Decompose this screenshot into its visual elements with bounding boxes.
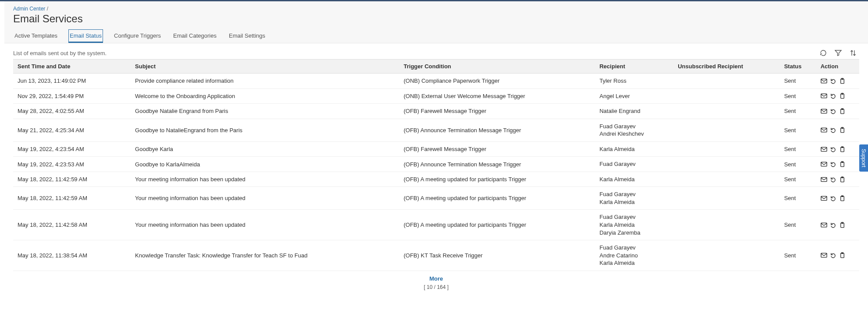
svg-rect-6 [821, 109, 827, 113]
mail-icon[interactable] [821, 146, 827, 152]
copy-icon[interactable] [839, 222, 846, 228]
mail-icon[interactable] [821, 108, 827, 114]
page-title: Email Services [13, 13, 859, 25]
cell-unsubscribed [673, 172, 780, 187]
sort-icon[interactable] [850, 49, 857, 56]
cell-trigger: (ONB) External User Welcome Message Trig… [399, 88, 595, 104]
table-row: May 18, 2022, 11:42:58 AMYour meeting in… [13, 210, 859, 240]
cell-action [816, 210, 859, 240]
cell-recipient: Fuad GarayevKarla Almeida [595, 187, 673, 210]
cell-status: Sent [780, 88, 816, 104]
cell-recipient: Natalie Engrand [595, 104, 673, 119]
filter-icon[interactable] [835, 49, 842, 56]
copy-icon[interactable] [839, 108, 846, 114]
cell-trigger: (ONB) Compliance Paperwork Trigger [399, 74, 595, 89]
tab-email-status[interactable]: Email Status [68, 29, 103, 43]
column-header-status[interactable]: Status [780, 60, 816, 74]
breadcrumb-root-link[interactable]: Admin Center [13, 6, 45, 12]
column-header-unsubscribed[interactable]: Unsubscribed Recipient [673, 60, 780, 74]
resend-icon[interactable] [830, 146, 836, 152]
copy-icon[interactable] [839, 78, 846, 84]
cell-trigger: (OFB) Announce Termination Message Trigg… [399, 119, 595, 141]
resend-icon[interactable] [830, 78, 836, 84]
cell-subject: Your meeting information has been update… [131, 187, 399, 210]
resend-icon[interactable] [830, 252, 836, 258]
tab-email-categories[interactable]: Email Categories [172, 29, 218, 43]
cell-recipient: Angel Lever [595, 88, 673, 104]
table-row: Jun 13, 2023, 11:49:02 PMProvide complia… [13, 74, 859, 89]
refresh-icon[interactable] [820, 49, 827, 56]
cell-date: Nov 29, 2022, 1:54:49 PM [13, 88, 131, 104]
copy-icon[interactable] [839, 93, 846, 99]
svg-rect-3 [821, 94, 827, 98]
resend-icon[interactable] [830, 127, 836, 133]
cell-status: Sent [780, 141, 816, 157]
cell-subject: Knowledge Transfer Task: Knowledge Trans… [131, 240, 399, 271]
cell-unsubscribed [673, 104, 780, 119]
mail-icon[interactable] [821, 161, 827, 167]
svg-rect-24 [821, 223, 827, 227]
resend-icon[interactable] [830, 195, 836, 201]
cell-unsubscribed [673, 141, 780, 157]
cell-subject: Welcome to the Onboarding Application [131, 88, 399, 104]
copy-icon[interactable] [839, 176, 846, 183]
tab-email-settings[interactable]: Email Settings [228, 29, 267, 43]
table-row: May 18, 2022, 11:38:54 AMKnowledge Trans… [13, 240, 859, 271]
mail-icon[interactable] [821, 78, 827, 84]
cell-trigger: (OFB) Farewell Message Trigger [399, 104, 595, 119]
list-description: List of emails sent out by the system. [13, 50, 107, 56]
cell-recipient: Fuad GarayevAndrei Kleshchev [595, 119, 673, 141]
column-header-subject[interactable]: Subject [131, 60, 399, 74]
cell-recipient: Karla Almeida [595, 172, 673, 187]
resend-icon[interactable] [830, 161, 836, 167]
breadcrumb: Admin Center / [13, 6, 859, 12]
cell-status: Sent [780, 104, 816, 119]
tab-configure-triggers[interactable]: Configure Triggers [113, 29, 162, 43]
table-row: May 19, 2022, 4:23:54 AMGoodbye Karla(OF… [13, 141, 859, 157]
cell-subject: Goodbye Natalie Engrand from Paris [131, 104, 399, 119]
mail-icon[interactable] [821, 176, 827, 183]
cell-subject: Your meeting information has been update… [131, 210, 399, 240]
mail-icon[interactable] [821, 127, 827, 133]
copy-icon[interactable] [839, 252, 846, 258]
mail-icon[interactable] [821, 252, 827, 258]
column-header-recipient[interactable]: Recipient [595, 60, 673, 74]
cell-date: May 18, 2022, 11:42:59 AM [13, 172, 131, 187]
cell-trigger: (OFB) A meeting updated for participants… [399, 172, 595, 187]
cell-action [816, 88, 859, 104]
more-link[interactable]: More [429, 275, 443, 282]
resend-icon[interactable] [830, 108, 836, 114]
svg-rect-9 [821, 128, 827, 132]
cell-date: Jun 13, 2023, 11:49:02 PM [13, 74, 131, 89]
cell-date: May 19, 2022, 4:23:53 AM [13, 157, 131, 172]
copy-icon[interactable] [839, 146, 846, 152]
mail-icon[interactable] [821, 222, 827, 228]
resend-icon[interactable] [830, 222, 836, 228]
cell-action [816, 74, 859, 89]
resend-icon[interactable] [830, 176, 836, 183]
svg-rect-0 [821, 79, 827, 83]
support-tab[interactable]: Support [859, 144, 868, 172]
cell-trigger: (OFB) Farewell Message Trigger [399, 141, 595, 157]
email-status-table: Sent Time and Date Subject Trigger Condi… [13, 59, 859, 271]
mail-icon[interactable] [821, 93, 827, 99]
cell-trigger: (OFB) Announce Termination Message Trigg… [399, 157, 595, 172]
resend-icon[interactable] [830, 93, 836, 99]
cell-action [816, 141, 859, 157]
table-row: May 28, 2022, 4:02:55 AMGoodbye Natalie … [13, 104, 859, 119]
tab-active-templates[interactable]: Active Templates [13, 29, 59, 43]
column-header-trigger[interactable]: Trigger Condition [399, 60, 595, 74]
cell-unsubscribed [673, 157, 780, 172]
svg-rect-27 [821, 253, 827, 257]
tabs: Active TemplatesEmail StatusConfigure Tr… [13, 29, 859, 43]
cell-status: Sent [780, 74, 816, 89]
table-row: Nov 29, 2022, 1:54:49 PMWelcome to the O… [13, 88, 859, 104]
cell-date: May 28, 2022, 4:02:55 AM [13, 104, 131, 119]
cell-date: May 21, 2022, 4:25:34 AM [13, 119, 131, 141]
cell-subject: Goodbye Karla [131, 141, 399, 157]
copy-icon[interactable] [839, 161, 846, 167]
copy-icon[interactable] [839, 127, 846, 133]
column-header-date[interactable]: Sent Time and Date [13, 60, 131, 74]
mail-icon[interactable] [821, 195, 827, 201]
copy-icon[interactable] [839, 195, 846, 201]
